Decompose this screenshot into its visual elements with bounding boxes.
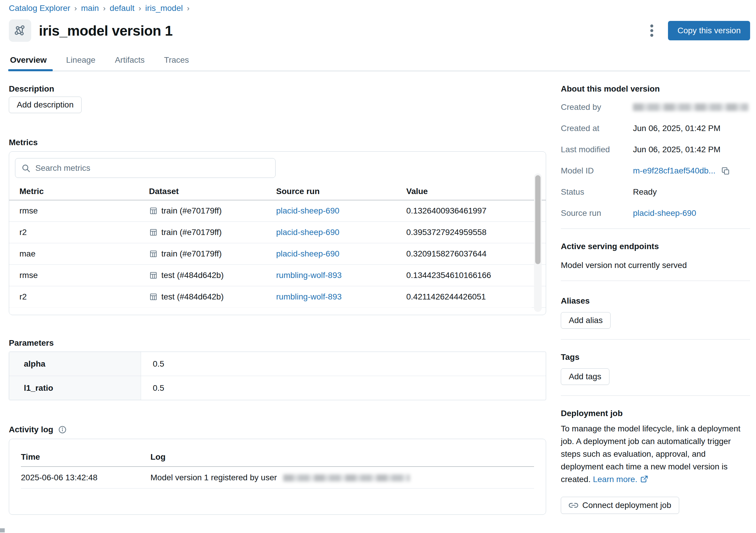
dataset-name: train (#e70179ff)	[161, 206, 222, 215]
tab-traces[interactable]: Traces	[163, 55, 190, 71]
link-icon	[569, 501, 578, 510]
param-name: l1_ratio	[9, 376, 141, 400]
table-row: l1_ratio 0.5	[9, 376, 546, 400]
dataset-name: test (#484d642b)	[161, 271, 224, 280]
model-icon	[9, 19, 31, 42]
breadcrumb-link-iris-model[interactable]: iris_model	[145, 4, 183, 13]
metric-value: 0.13442354610166166	[406, 271, 546, 280]
source-run-link[interactable]: rumbling-wolf-893	[276, 292, 342, 301]
metric-value: 0.1326400936461997	[406, 206, 546, 215]
source-run-link[interactable]: placid-sheep-690	[276, 228, 339, 237]
search-metrics-input[interactable]	[35, 163, 269, 173]
divider	[561, 281, 750, 281]
table-icon	[149, 271, 158, 280]
last-modified-label: Last modified	[561, 145, 633, 154]
copy-icon[interactable]	[721, 166, 730, 176]
breadcrumb-link-main[interactable]: main	[81, 4, 99, 13]
source-run-label: Source run	[561, 209, 633, 218]
add-tags-button[interactable]: Add tags	[561, 368, 609, 385]
activity-col-time: Time	[21, 452, 150, 462]
learn-more-link[interactable]: Learn more.	[593, 475, 637, 484]
created-at-value: Jun 06, 2025, 01:42 PM	[633, 124, 720, 133]
last-modified-value: Jun 06, 2025, 01:42 PM	[633, 145, 720, 154]
dataset-cell: train (#e70179ff)	[149, 249, 276, 259]
breadcrumb-separator: ›	[74, 4, 77, 13]
kebab-icon	[650, 24, 654, 37]
tab-bar: Overview Lineage Artifacts Traces	[9, 55, 750, 71]
table-row: rmse train (#e70179ff) placid-sheep-690 …	[9, 200, 546, 222]
about-row-status: Status Ready	[561, 187, 750, 197]
about-row-created-by: Created by	[561, 102, 750, 112]
serving-status-text: Model version not currently served	[561, 261, 750, 270]
table-icon	[149, 228, 158, 237]
table-row: r2 test (#484d642b) rumbling-wolf-893 0.…	[9, 286, 546, 308]
activity-col-log: Log	[150, 452, 534, 462]
metric-name: r2	[19, 292, 149, 301]
source-run-link[interactable]: placid-sheep-690	[276, 206, 339, 215]
about-heading: About this model version	[561, 84, 750, 94]
tab-lineage[interactable]: Lineage	[66, 55, 96, 71]
metrics-table-header: Metric Dataset Source run Value	[9, 182, 546, 200]
activity-log-heading-row: Activity log	[9, 425, 546, 435]
metric-value: 0.4211426244426051	[406, 292, 546, 301]
connect-deployment-job-button[interactable]: Connect deployment job	[561, 497, 679, 514]
metrics-card: Metric Dataset Source run Value rmse tra…	[9, 151, 546, 315]
metrics-col-value: Value	[406, 187, 546, 196]
tags-heading: Tags	[561, 352, 750, 362]
created-by-label: Created by	[561, 102, 633, 112]
connect-deployment-job-label: Connect deployment job	[582, 501, 671, 510]
metric-value: 0.3953727924959558	[406, 228, 546, 237]
tab-overview[interactable]: Overview	[10, 55, 47, 71]
breadcrumb-link-catalog-explorer[interactable]: Catalog Explorer	[9, 4, 70, 13]
activity-table-header: Time Log	[21, 447, 534, 467]
add-alias-button[interactable]: Add alias	[561, 312, 610, 329]
copy-version-button[interactable]: Copy this version	[668, 21, 750, 40]
source-run-link[interactable]: placid-sheep-690	[633, 209, 696, 218]
table-row: rmse test (#484d642b) rumbling-wolf-893 …	[9, 265, 546, 286]
table-row: mae train (#e70179ff) placid-sheep-690 0…	[9, 243, 546, 265]
created-at-label: Created at	[561, 124, 633, 133]
table-icon	[149, 293, 158, 301]
parameters-heading: Parameters	[9, 338, 546, 348]
dataset-name: train (#e70179ff)	[161, 228, 222, 237]
param-value: 0.5	[141, 352, 546, 376]
breadcrumb-separator: ›	[139, 4, 141, 13]
about-row-created-at: Created at Jun 06, 2025, 01:42 PM	[561, 124, 750, 133]
page: Catalog Explorer › main › default › iris…	[0, 0, 756, 515]
scroll-corner	[0, 528, 5, 532]
info-icon[interactable]	[58, 425, 67, 434]
about-row-last-modified: Last modified Jun 06, 2025, 01:42 PM	[561, 145, 750, 154]
breadcrumb: Catalog Explorer › main › default › iris…	[9, 3, 750, 13]
dataset-cell: test (#484d642b)	[149, 271, 276, 280]
metric-value: 0.3209158276037644	[406, 249, 546, 259]
kebab-menu-button[interactable]	[647, 21, 657, 40]
table-row: r2 train (#e70179ff) placid-sheep-690 0.…	[9, 222, 546, 243]
deployment-heading: Deployment job	[561, 409, 750, 418]
breadcrumb-separator: ›	[103, 4, 106, 13]
dataset-name: train (#e70179ff)	[161, 249, 222, 259]
activity-log-card: Time Log 2025-06-06 13:42:48 Model versi…	[9, 439, 546, 515]
table-icon	[149, 207, 158, 215]
activity-log-text: Model version 1 registered by user	[150, 473, 534, 482]
redacted-username	[283, 474, 410, 482]
metrics-scrollbar-thumb[interactable]	[535, 175, 541, 264]
dataset-cell: train (#e70179ff)	[149, 206, 276, 215]
search-icon	[21, 163, 31, 173]
model-id-link[interactable]: m-e9f28cf1aef540db...	[633, 166, 716, 176]
source-run-link[interactable]: placid-sheep-690	[276, 249, 339, 258]
metric-name: rmse	[19, 271, 149, 280]
breadcrumb-link-default[interactable]: default	[110, 4, 135, 13]
table-icon	[149, 249, 158, 258]
metrics-scrollbar-track[interactable]	[534, 174, 542, 312]
dataset-cell: train (#e70179ff)	[149, 228, 276, 237]
metrics-col-dataset: Dataset	[149, 187, 276, 196]
aliases-heading: Aliases	[561, 296, 750, 306]
page-header: iris_model version 1 Copy this version	[9, 19, 750, 42]
source-run-link[interactable]: rumbling-wolf-893	[276, 271, 342, 280]
model-id-label: Model ID	[561, 166, 633, 176]
external-link-icon[interactable]	[640, 474, 649, 483]
tab-artifacts[interactable]: Artifacts	[114, 55, 145, 71]
activity-log-heading: Activity log	[9, 425, 53, 435]
description-heading: Description	[9, 84, 546, 94]
add-description-button[interactable]: Add description	[9, 97, 82, 113]
